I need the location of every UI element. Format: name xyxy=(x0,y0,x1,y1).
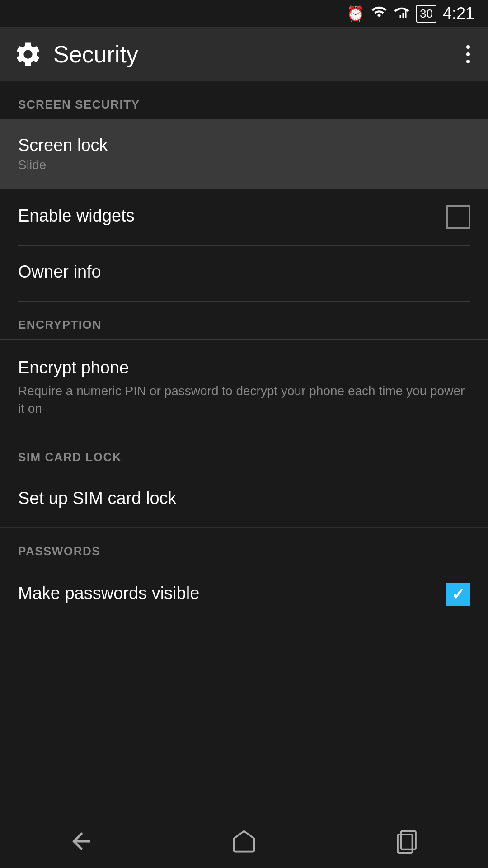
encrypt-phone-item[interactable]: Encrypt phone Require a numeric PIN or p… xyxy=(0,340,488,434)
enable-widgets-checkbox[interactable] xyxy=(446,205,470,229)
status-bar: ⏰ 30 4:21 xyxy=(0,0,488,27)
make-passwords-visible-content: Make passwords visible xyxy=(18,584,446,606)
make-passwords-visible-title: Make passwords visible xyxy=(18,584,446,603)
settings-content: SCREEN SECURITY Screen lock Slide Enable… xyxy=(0,81,488,814)
owner-info-title: Owner info xyxy=(18,262,470,282)
sim-card-lock-section-header: SIM CARD LOCK xyxy=(0,434,488,472)
sim-card-lock-label: SIM CARD LOCK xyxy=(18,450,122,464)
navigation-bar xyxy=(0,814,488,868)
passwords-section-header: PASSWORDS xyxy=(0,528,488,566)
status-time: 4:21 xyxy=(443,4,474,23)
encrypt-phone-title: Encrypt phone xyxy=(18,358,470,377)
screen-lock-item[interactable]: Screen lock Slide xyxy=(0,119,488,189)
encrypt-phone-content: Encrypt phone Require a numeric PIN or p… xyxy=(18,358,470,417)
more-options-button[interactable] xyxy=(462,41,474,68)
clock-icon: ⏰ xyxy=(347,5,365,22)
screen-lock-title: Screen lock xyxy=(18,136,470,155)
set-up-sim-lock-item[interactable]: Set up SIM card lock xyxy=(0,472,488,528)
screen-security-section-header: SCREEN SECURITY xyxy=(0,81,488,119)
make-passwords-visible-item[interactable]: Make passwords visible xyxy=(0,566,488,623)
page-title: Security xyxy=(53,41,138,68)
menu-dot xyxy=(466,45,470,49)
battery-icon: 30 xyxy=(416,5,436,23)
owner-info-item[interactable]: Owner info xyxy=(0,246,488,301)
security-icon xyxy=(14,40,42,69)
encryption-label: ENCRYPTION xyxy=(18,318,102,331)
wifi-icon xyxy=(371,4,387,24)
toolbar-left: Security xyxy=(14,40,138,69)
enable-widgets-content: Enable widgets xyxy=(18,206,446,228)
toolbar: Security xyxy=(0,27,488,81)
passwords-label: PASSWORDS xyxy=(18,544,100,558)
encrypt-phone-description: Require a numeric PIN or password to dec… xyxy=(18,382,470,417)
back-button[interactable] xyxy=(54,823,108,859)
home-button[interactable] xyxy=(217,823,271,859)
screen-lock-subtitle: Slide xyxy=(18,158,470,172)
set-up-sim-lock-content: Set up SIM card lock xyxy=(18,489,470,511)
owner-info-content: Owner info xyxy=(18,262,470,284)
screen-security-label: SCREEN SECURITY xyxy=(18,98,140,111)
enable-widgets-item[interactable]: Enable widgets xyxy=(0,189,488,245)
enable-widgets-title: Enable widgets xyxy=(18,206,446,226)
status-icons: ⏰ 30 4:21 xyxy=(347,4,474,24)
signal-icon xyxy=(394,5,410,23)
screen-lock-content: Screen lock Slide xyxy=(18,136,470,172)
recents-button[interactable] xyxy=(380,823,434,859)
make-passwords-visible-checkbox[interactable] xyxy=(446,583,470,606)
encryption-section-header: ENCRYPTION xyxy=(0,302,488,340)
menu-dot xyxy=(466,52,470,56)
set-up-sim-lock-title: Set up SIM card lock xyxy=(18,489,470,508)
menu-dot xyxy=(466,60,470,63)
